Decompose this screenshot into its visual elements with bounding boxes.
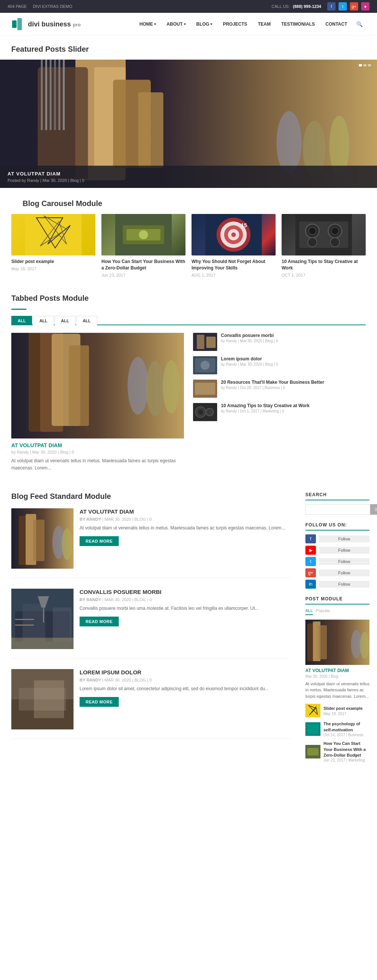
svg-rect-15: [59, 60, 60, 130]
blog-post-card-2: LOREM IPSUM DOLOR BY RANDY | MAR 30, 202…: [11, 669, 290, 739]
follow-item-yt: ▶ Follow: [306, 546, 369, 555]
follow-twitter-icon: t: [306, 557, 316, 566]
svg-rect-71: [43, 608, 44, 623]
post-module-title: POST MODULE: [306, 596, 369, 605]
svg-rect-89: [307, 724, 318, 734]
tab-all-3[interactable]: ALL: [76, 316, 97, 325]
tabbed-posts-section: Tabbed Posts Module ALL ALL ALL ALL: [0, 285, 377, 481]
svg-point-64: [62, 528, 72, 560]
read-more-btn-2[interactable]: READ MORE: [79, 697, 119, 707]
topbar-twitter-icon[interactable]: t: [339, 2, 347, 11]
nav-contact[interactable]: CONTACT: [321, 19, 352, 30]
nav-blog[interactable]: BLOG ▾: [192, 19, 217, 30]
read-more-btn-1[interactable]: READ MORE: [79, 617, 119, 627]
slider-dot-3[interactable]: [368, 64, 371, 67]
nav-search-icon[interactable]: 🔍: [353, 18, 366, 30]
svg-rect-1: [17, 18, 22, 30]
follow-item-tw: t Follow: [306, 557, 369, 566]
carousel-item-date-1: Jun 23, 2017: [101, 273, 185, 277]
svg-rect-11: [41, 60, 43, 130]
carousel-thumb-3: [282, 214, 366, 256]
topbar-link-404[interactable]: 404 PAGE: [8, 4, 27, 9]
carousel-thumb-img-3: [282, 214, 366, 256]
pm-featured-excerpt: At volutpat diam ut venenatis tellus in …: [306, 681, 369, 700]
tab-all-1[interactable]: ALL: [33, 316, 54, 325]
follow-facebook-btn[interactable]: Follow: [319, 536, 369, 542]
search-box: Search: [306, 504, 369, 515]
tabbed-list-info-3: 10 Amazing Tips to Stay Creative at Work…: [221, 403, 309, 413]
tabbed-main-image: [11, 333, 184, 439]
tabbed-list-title-0: Convallis posuere morbi: [221, 333, 278, 338]
search-button[interactable]: Search: [370, 504, 377, 515]
svg-point-37: [308, 238, 317, 247]
tabbed-list-item-2[interactable]: 20 Resources That'll Make Your Business …: [193, 380, 366, 398]
read-more-btn-0[interactable]: READ MORE: [79, 536, 119, 546]
pm-featured-meta: Mar 30, 2020 | Blog: [306, 675, 369, 678]
svg-point-29: [231, 232, 236, 237]
pm-list-title-1: The psychology of self-motivation: [323, 721, 369, 733]
svg-point-36: [331, 227, 339, 235]
nav-about[interactable]: ABOUT ▾: [162, 19, 190, 30]
follow-item-gp: g+ Follow: [306, 568, 369, 578]
tabbed-list-item-3[interactable]: 10 Amazing Tips to Stay Creative at Work…: [193, 403, 366, 421]
post-module: POST MODULE ALL Popular: [306, 596, 369, 762]
pm-tab-popular[interactable]: Popular: [316, 608, 330, 615]
svg-rect-62: [33, 520, 44, 561]
carousel-item-3[interactable]: 10 Amazing Tips to Stay Creative at Work…: [282, 214, 366, 277]
carousel-item-0[interactable]: Slider post example May 18, 2017: [11, 214, 95, 277]
nav-projects[interactable]: PROJECTS: [218, 19, 252, 30]
follow-facebook-icon: f: [306, 535, 316, 543]
tabbed-list-item-1[interactable]: Lorem ipsum dolor by Randy | Mar 30, 202…: [193, 356, 366, 374]
nav-testimonials[interactable]: TESTIMONIALS: [277, 19, 319, 30]
topbar-facebook-icon[interactable]: f: [327, 2, 336, 11]
svg-point-7: [276, 111, 302, 174]
carousel-item-title-3: 10 Amazing Tips to Stay Creative at Work: [282, 258, 366, 271]
slider-dots: [359, 64, 371, 67]
follow-twitter-btn[interactable]: Follow: [319, 558, 369, 565]
carousel-item-1[interactable]: How You Can Start Your Business With a Z…: [101, 214, 185, 277]
tab-all-2[interactable]: ALL: [55, 316, 75, 325]
nav-home-chevron: ▾: [154, 22, 156, 26]
svg-text:15: 15: [241, 222, 247, 228]
svg-point-44: [127, 356, 148, 414]
follow-linkedin-btn[interactable]: Follow: [319, 581, 369, 587]
carousel-item-title-1: How You Can Start Your Business With a Z…: [101, 258, 185, 271]
tab-all-0[interactable]: ALL: [11, 316, 32, 325]
search-input[interactable]: [306, 504, 370, 515]
svg-rect-12: [45, 60, 47, 130]
blog-post-content-1: CONVALLIS POSUERE MORBI BY RANDY | MAR 3…: [79, 589, 290, 649]
svg-rect-69: [53, 608, 71, 641]
pm-list-item-0[interactable]: Slider post example May 18, 2017: [306, 704, 369, 718]
topbar-instagram-icon[interactable]: ●: [361, 2, 369, 11]
pm-list: Slider post example May 18, 2017 The psy…: [306, 704, 369, 762]
svg-point-57: [198, 409, 204, 415]
carousel-item-title-0: Slider post example: [11, 258, 95, 265]
follow-googleplus-btn[interactable]: Follow: [319, 570, 369, 576]
featured-slider[interactable]: AT VOLUTPAT DIAM Posted by Randy | Mar 3…: [0, 60, 377, 188]
svg-point-45: [146, 361, 165, 416]
nav-home[interactable]: HOME ▾: [135, 19, 161, 30]
blog-post-meta-2: BY RANDY | MAR 30, 2020 | BLOG | 0: [79, 678, 290, 682]
topbar-link-demo[interactable]: DIVI EXTRAS DEMO: [33, 4, 72, 9]
follow-youtube-btn[interactable]: Follow: [319, 547, 369, 554]
tabbed-list-thumb-1: [193, 356, 217, 374]
pm-featured-image: [306, 620, 369, 665]
tab-bar: ALL ALL ALL ALL: [11, 316, 366, 325]
pm-list-item-2[interactable]: How You Can Start Your Business With a Z…: [306, 741, 369, 762]
slider-dot-1[interactable]: [359, 64, 362, 67]
slider-dot-2[interactable]: [363, 64, 366, 67]
carousel-thumb-2: 15: [192, 214, 276, 256]
tabbed-list-item-0[interactable]: Convallis posuere morbi by Randy | Mar 3…: [193, 333, 366, 351]
nav-team[interactable]: TEAM: [253, 19, 275, 30]
logo[interactable]: divi business pro: [11, 18, 81, 31]
blog-feed-section: Blog Feed Standard Module: [0, 481, 377, 781]
tabbed-green-bar: [11, 309, 26, 310]
pm-list-item-1[interactable]: The psychology of self-motivation Oct 14…: [306, 721, 369, 737]
pm-tab-all[interactable]: ALL: [306, 608, 313, 615]
tabbed-list-thumb-3: [193, 403, 217, 421]
site-header: divi business pro HOME ▾ ABOUT ▾ BLOG ▾ …: [0, 13, 377, 36]
carousel-item-2[interactable]: 15 Why You Should Not Forget About Impro…: [192, 214, 276, 277]
tabbed-list-title-3: 10 Amazing Tips to Stay Creative at Work: [221, 403, 309, 408]
topbar-googleplus-icon[interactable]: g+: [350, 2, 358, 11]
blog-main: Blog Feed Standard Module: [0, 492, 302, 770]
